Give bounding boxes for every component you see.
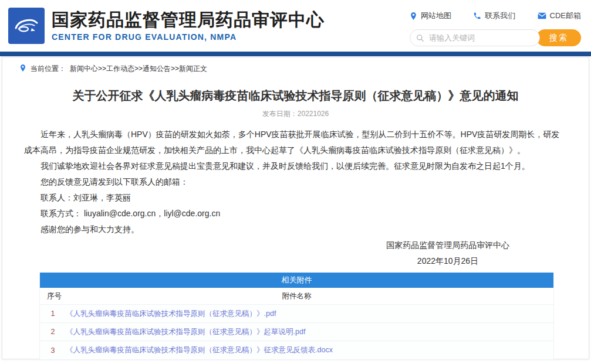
search-button[interactable]: 搜索	[536, 29, 581, 46]
search-input[interactable]	[429, 30, 535, 45]
org-name-en: CENTER FOR DRUG EVALUATION, NMPA	[52, 32, 325, 42]
breadcrumb-prefix: 当前位置：	[31, 64, 66, 74]
search-box	[410, 29, 540, 46]
attachment-row-number: 3	[40, 346, 66, 355]
article-title: 关于公开征求《人乳头瘤病毒疫苗临床试验技术指导原则（征求意见稿）》意见的通知	[24, 87, 567, 104]
column-header-name: 附件名称	[40, 288, 553, 305]
article-body: 近年来，人乳头瘤病毒（HPV）疫苗的研发如火如荼，多个HPV疫苗获批开展临床试验…	[24, 127, 567, 237]
breadcrumb: 当前位置： 新闻中心>>工作动态>>通知公告>>新闻正文	[19, 57, 567, 74]
breadcrumb-path[interactable]: 新闻中心>>工作动态>>通知公告>>新闻正文	[70, 64, 207, 74]
sitemap-link-label: 网站地图	[421, 11, 451, 21]
attachment-row: 3 《人乳头瘤病毒疫苗临床试验技术指导原则（征求意见稿）》征求意见反馈表.doc…	[40, 341, 553, 359]
location-pin-icon	[410, 12, 417, 21]
signature-date: 2022年10月26日	[386, 253, 509, 269]
navy-divider-bar	[0, 52, 591, 56]
cde-swirl-logo-icon	[12, 11, 40, 41]
cde-mail-link[interactable]: CDE邮箱	[538, 11, 581, 21]
search-row: 搜索	[410, 29, 581, 46]
cde-logo[interactable]	[8, 8, 45, 44]
article-paragraph: 我们诚挚地欢迎社会各界对征求意见稿提出宝贵意见和建议，并及时反馈给我们，以便后续…	[24, 158, 567, 174]
content-panel: 当前位置： 新闻中心>>工作动态>>通知公告>>新闻正文 关于公开征求《人乳头瘤…	[2, 57, 589, 359]
org-title-block: 国家药品监督管理局药品审评中心 CENTER FOR DRUG EVALUATI…	[52, 9, 325, 42]
attachment-link[interactable]: 《人乳头瘤病毒疫苗临床试验技术指导原则（征求意见稿）》起草说明.pdf	[66, 327, 305, 337]
article-paragraph: 近年来，人乳头瘤病毒（HPV）疫苗的研发如火如荼，多个HPV疫苗获批开展临床试验…	[24, 127, 567, 158]
site-header: 国家药品监督管理局药品审评中心 CENTER FOR DRUG EVALUATI…	[0, 0, 591, 52]
attachment-row: 2 《人乳头瘤病毒疫苗临床试验技术指导原则（征求意见稿）》起草说明.pdf	[40, 323, 553, 341]
envelope-icon	[538, 12, 546, 19]
page: 国家药品监督管理局药品审评中心 CENTER FOR DRUG EVALUATI…	[0, 0, 591, 364]
signature-org: 国家药品监督管理局药品审评中心	[386, 237, 509, 253]
article-paragraph: 感谢您的参与和大力支持。	[24, 222, 567, 237]
attachment-link[interactable]: 《人乳头瘤病毒疫苗临床试验技术指导原则（征求意见稿）》.pdf	[66, 309, 276, 319]
cde-mail-link-label: CDE邮箱	[550, 11, 581, 21]
attachments-table: 相关附件 序号 附件名称 1 《人乳头瘤病毒疫苗临床试验技术指导原则（征求意见稿…	[39, 273, 554, 360]
phone-icon	[473, 12, 481, 20]
publish-date: 发布日期：20221026	[24, 109, 567, 119]
article-paragraph: 联系人：刘亚琳，李英丽	[24, 190, 567, 206]
contact-us-link-label: 联系我们	[485, 11, 515, 21]
sitemap-link[interactable]: 网站地图	[410, 11, 451, 21]
attachment-link[interactable]: 《人乳头瘤病毒疫苗临床试验技术指导原则（征求意见稿）》征求意见反馈表.docx	[66, 345, 333, 355]
attachments-title-bar: 相关附件	[40, 273, 553, 288]
location-pin-icon	[19, 64, 26, 74]
attachment-row: 1 《人乳头瘤病毒疫苗临床试验技术指导原则（征求意见稿）》.pdf	[40, 305, 553, 323]
attachment-row-number: 2	[40, 328, 66, 336]
header-right: 网站地图 联系我们 CDE邮箱	[410, 11, 581, 46]
column-header-no: 序号	[47, 288, 62, 305]
article-paragraph: 联系方式： liuyalin@cde.org.cn，liyl@cde.org.c…	[24, 206, 567, 222]
quick-links: 网站地图 联系我们 CDE邮箱	[410, 11, 581, 21]
article-paragraph: 您的反馈意见请发到以下联系人的邮箱：	[24, 174, 567, 190]
contact-us-link[interactable]: 联系我们	[473, 11, 515, 21]
attachments-column-header: 序号 附件名称	[40, 288, 553, 305]
attachment-row-number: 1	[40, 309, 66, 318]
article-signature: 国家药品监督管理局药品审评中心 2022年10月26日	[386, 237, 509, 269]
org-name-cn: 国家药品监督管理局药品审评中心	[52, 9, 325, 30]
